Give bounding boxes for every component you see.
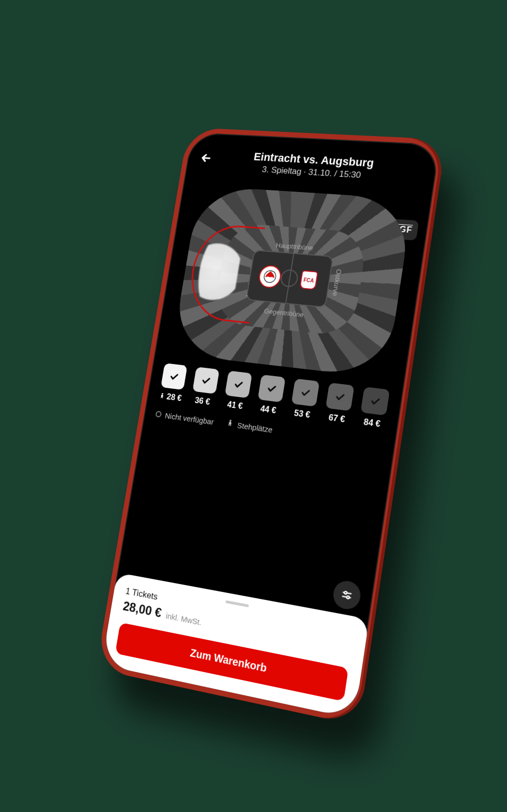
price-value: 36 € [194, 395, 211, 406]
bottom-sheet: 1 Tickets 28,00 € inkl. MwSt. Zum Warenk… [101, 572, 369, 718]
price-tier-checkbox[interactable] [258, 374, 286, 402]
price-tier: 67 € [321, 382, 357, 425]
pitch: FCA [246, 250, 333, 308]
svg-point-6 [346, 596, 349, 599]
circle-outline-icon [155, 410, 162, 417]
price-tier-label: 28 € [158, 391, 182, 403]
svg-point-4 [344, 591, 347, 594]
vat-label: inkl. MwSt. [165, 610, 202, 626]
check-icon [168, 370, 180, 381]
check-icon [334, 390, 346, 403]
price-tier-label: 41 € [227, 399, 243, 410]
price-value: 41 € [227, 399, 243, 410]
price-tier-label: 44 € [260, 404, 277, 415]
eagle-icon [262, 269, 278, 284]
person-icon [226, 418, 234, 428]
svg-point-1 [162, 393, 163, 394]
price-tier-checkbox[interactable] [292, 378, 320, 406]
away-team-logo: FCA [296, 268, 322, 292]
app-screen: Eintracht vs. Augsburg 3. Spieltag · 31.… [101, 132, 440, 718]
price-value: 28 € [166, 392, 182, 403]
svg-point-2 [229, 419, 231, 422]
price-tier: 53 € [287, 378, 322, 421]
price-tier-checkbox[interactable] [224, 370, 252, 398]
home-team-logo [257, 264, 283, 289]
price-value: 67 € [328, 413, 345, 424]
stadium-section: VGF Haupttribüne Gegentribüne Nordwestku… [154, 175, 434, 386]
price-tier-checkbox[interactable] [326, 383, 355, 411]
price-tier-label: 53 € [294, 408, 311, 419]
legend-unavailable-label: Nicht verfügbar [164, 410, 214, 426]
check-icon [369, 395, 381, 407]
legend-standing: Stehplätze [226, 418, 273, 434]
price-value: 44 € [260, 404, 277, 415]
sliders-icon [340, 588, 354, 602]
price-value: 84 € [363, 417, 381, 428]
phone-device-frame: Eintracht vs. Augsburg 3. Spieltag · 31.… [96, 127, 446, 725]
price-tier-label: 84 € [363, 417, 381, 428]
price-tier: 36 € [188, 366, 222, 407]
check-icon [200, 375, 211, 386]
price-tier-checkbox[interactable] [192, 367, 219, 394]
arrow-left-icon [199, 151, 213, 164]
price-tier-checkbox[interactable] [161, 363, 187, 390]
check-icon [266, 383, 277, 394]
away-team-crest: FCA [299, 270, 318, 290]
price-tier-label: 36 € [194, 395, 211, 406]
back-button[interactable] [195, 148, 217, 170]
price-tier-checkbox[interactable] [361, 387, 390, 416]
stadium-map[interactable]: Haupttribüne Gegentribüne Nordwestkurve … [171, 185, 413, 378]
legend-standing-label: Stehplätze [237, 420, 273, 434]
check-icon [232, 378, 244, 390]
price-tier: 84 € [356, 386, 392, 429]
filter-button[interactable] [332, 579, 363, 612]
price-tier: 28 € [156, 362, 190, 403]
price-tier: 44 € [253, 374, 288, 416]
legend-unavailable: Nicht verfügbar [155, 409, 214, 426]
person-icon [158, 391, 166, 401]
check-icon [299, 386, 311, 398]
price-value: 53 € [294, 408, 311, 419]
price-tier-label: 67 € [328, 413, 345, 424]
price-tier: 41 € [220, 370, 255, 412]
